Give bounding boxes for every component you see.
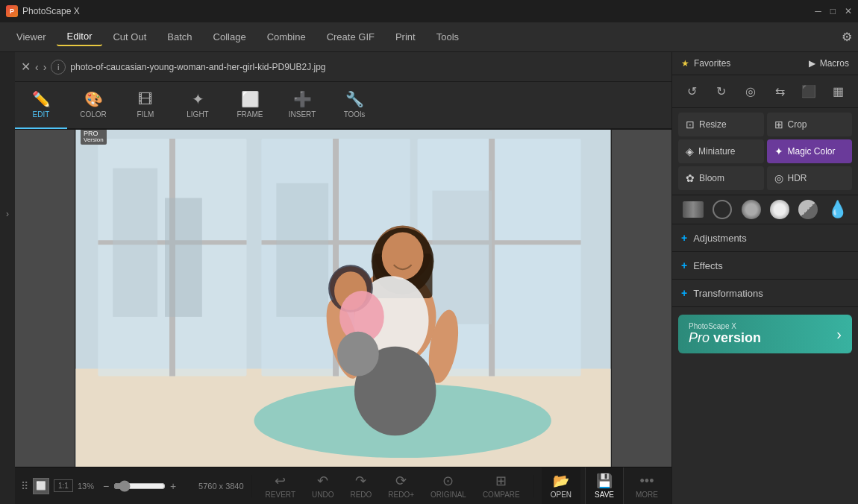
resize-button[interactable]: ⊡ Resize [678,113,764,136]
zoom-slider[interactable] [113,480,166,492]
compare-button[interactable]: ⊞ COMPARE [477,467,526,505]
macros-button[interactable]: ▶ Macros [809,58,849,69]
canvas-area: PRO Version [15,130,671,467]
pro-badge: PRO Version [81,130,107,145]
menu-bar: Viewer Editor Cut Out Batch Collage Comb… [0,22,858,52]
feature-buttons: ⊡ Resize ⊞ Crop ◈ Miniature ✦ Magic Colo… [672,108,858,195]
redo-button[interactable]: ↷ REDO [344,467,378,505]
left-expand-button[interactable]: › [4,204,10,224]
miniature-icon: ◈ [686,145,694,157]
menu-print[interactable]: Print [385,28,426,45]
tab-tools[interactable]: 🔧 TOOls [328,81,381,129]
vignette-button[interactable] [683,201,704,218]
transformations-section[interactable]: + Transformations [672,280,858,307]
save-button[interactable]: 💾 SAVE [585,467,624,505]
bloom-button[interactable]: ✿ Bloom [678,166,764,190]
svg-rect-12 [165,198,202,317]
transform-tools-grid: ↺ ↻ ◎ ⇆ ⬛ ▦ [672,75,858,108]
effects-section[interactable]: + Effects [672,252,858,280]
tab-color[interactable]: 🎨 COLOR [67,81,119,129]
miniature-button[interactable]: ◈ Miniature [678,139,764,163]
svg-rect-13 [276,183,328,317]
main-area: › ✕ ‹ › i photo-of-caucasian-young-woman… [0,52,858,504]
circle-light-button[interactable] [770,200,789,219]
menu-batch[interactable]: Batch [157,28,202,45]
minimize-button[interactable]: ─ [815,6,821,16]
crop-button[interactable]: ⊞ Crop [767,113,853,136]
divider-1 [251,475,252,497]
transformations-plus-icon: + [681,287,687,299]
menu-tools[interactable]: Tools [426,28,469,45]
close-button[interactable]: ✕ [845,6,852,16]
info-button[interactable]: i [51,60,66,75]
edit-icon: ✏️ [32,90,51,108]
photo-container: PRO Version [75,130,612,467]
pro-app-name: PhotoScape X [689,322,836,330]
original-button[interactable]: ⊙ ORIGINAL [425,467,472,505]
menu-creategif[interactable]: Create GIF [316,28,385,45]
next-image-button[interactable]: › [43,61,47,73]
crop-icon: ⊞ [774,119,783,130]
original-icon: ⊙ [442,473,454,489]
tab-edit[interactable]: ✏️ EDIT [15,81,67,129]
circle-filter-button[interactable] [713,200,732,219]
open-button[interactable]: 📂 OPEN [542,467,580,505]
magic-color-button[interactable]: ✦ Magic Color [767,139,853,163]
undo-icon: ↶ [317,473,328,489]
redo-plus-button[interactable]: ⟳ REDO+ [382,467,420,505]
save-icon: 💾 [596,473,613,489]
undo-button[interactable]: ↶ UNDO [306,467,339,505]
svg-point-29 [337,332,379,377]
maximize-button[interactable]: □ [830,6,836,16]
svg-rect-11 [113,168,157,317]
tab-light[interactable]: ✦ LIGHT [172,81,224,129]
flip-h-button[interactable]: ⇆ [766,80,794,103]
zoom-minus[interactable]: − [103,480,109,492]
circle-dark-button[interactable] [742,200,761,219]
left-sidebar: › [0,52,15,504]
menu-viewer[interactable]: Viewer [6,28,57,45]
rotate-ccw-button[interactable]: ↺ [678,80,706,103]
frame-icon: ⬜ [241,90,260,108]
menu-editor[interactable]: Editor [57,28,103,46]
menu-combine[interactable]: Combine [257,28,316,45]
prev-image-button[interactable]: ‹ [35,61,39,73]
tab-frame[interactable]: ⬜ FRAME [224,81,276,129]
settings-button[interactable]: ⚙ [842,30,852,44]
effects-plus-icon: + [681,259,687,271]
photo-canvas [75,130,612,467]
bloom-icon: ✿ [686,172,695,184]
more-button[interactable]: ••• MORE [628,467,666,505]
straighten-button[interactable]: ◎ [736,80,764,103]
selection-dots-button[interactable]: ⠿ [21,480,28,492]
adjustments-section[interactable]: + Adjustments [672,224,858,252]
flip-v-button[interactable]: ⬛ [795,80,823,103]
play-icon: ▶ [809,58,815,69]
close-image-button[interactable]: ✕ [21,60,31,74]
star-icon: ★ [681,58,689,69]
top-toolbar: ✕ ‹ › i photo-of-caucasian-young-woman-a… [15,52,671,82]
menu-collage[interactable]: Collage [203,28,257,45]
drop-button[interactable]: 💧 [827,200,848,219]
rotate-cw-button[interactable]: ↻ [707,80,735,103]
pro-label: Pro version [689,330,836,346]
circle-grey-button[interactable] [798,200,818,219]
pro-arrow-icon: › [836,326,842,343]
hdr-button[interactable]: ◎ HDR [767,166,853,190]
zoom-plus[interactable]: + [170,480,176,492]
revert-button[interactable]: ↩ REVERT [260,467,301,505]
magic-color-icon: ✦ [774,145,783,157]
zoom-11-button[interactable]: 1:1 [54,479,73,492]
tab-film[interactable]: 🎞 FILM [119,81,172,129]
trim-button[interactable]: ▦ [824,80,852,103]
light-icon: ✦ [192,90,204,108]
app-title: PhotoScape X [22,6,80,16]
compare-icon: ⊞ [495,473,507,489]
favorites-button[interactable]: ★ Favorites [681,58,730,69]
pro-banner[interactable]: PhotoScape X Pro version › [678,315,852,353]
open-icon: 📂 [553,473,569,489]
selection-square-button[interactable]: ⬜ [33,478,49,494]
tab-insert[interactable]: ➕ INSERT [276,81,328,129]
redo-plus-icon: ⟳ [395,473,407,489]
menu-cutout[interactable]: Cut Out [102,28,157,45]
